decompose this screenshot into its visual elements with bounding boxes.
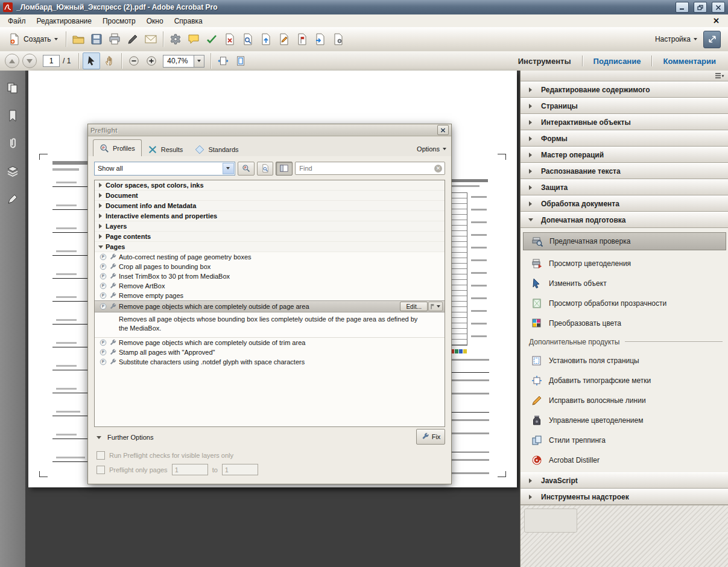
fixup-row[interactable]: Crop all pages to bounding box — [95, 262, 445, 271]
profile-group-row[interactable]: Document — [95, 191, 445, 201]
zoom-in-button[interactable] — [143, 53, 159, 69]
attachments-button[interactable] — [4, 136, 21, 151]
fixup-row[interactable]: Inset TrimBox to 30 pt from MediaBox — [95, 271, 445, 281]
fixup-row[interactable]: Remove ArtBox — [95, 281, 445, 291]
favorite-flag-button[interactable] — [428, 302, 443, 311]
section-text-recognition[interactable]: Распознавание текста — [521, 163, 728, 179]
minimize-button[interactable] — [676, 2, 689, 13]
open-file-button[interactable] — [69, 30, 87, 48]
fixup-row[interactable]: Remove page objects which are completely… — [95, 338, 445, 347]
options-menu-button[interactable]: Options — [417, 145, 446, 156]
section-plugin-tools[interactable]: Инструменты надстроек — [521, 489, 728, 505]
previous-page-button[interactable] — [5, 54, 19, 68]
profile-group-row[interactable]: Layers — [95, 221, 445, 232]
tool-acrobat-distiller[interactable]: Acrobat Distiller — [521, 450, 728, 470]
fullscreen-button[interactable] — [703, 31, 721, 48]
page-from-input[interactable] — [172, 464, 208, 475]
flag-page-button[interactable] — [293, 30, 311, 48]
fixup-row[interactable]: Remove empty pages — [95, 291, 445, 300]
find-input[interactable] — [298, 164, 432, 173]
next-page-button[interactable] — [22, 54, 37, 68]
save-button[interactable] — [87, 30, 106, 48]
approve-button[interactable] — [203, 30, 221, 48]
tool-convert-colors[interactable]: Преобразовать цвета — [521, 313, 728, 333]
tool-edit-object[interactable]: Изменить объект — [521, 273, 728, 293]
hand-tool-button[interactable] — [101, 53, 118, 69]
dropdown-button[interactable] — [223, 163, 234, 174]
fixup-row[interactable]: Auto-correct nesting of page geometry bo… — [95, 252, 445, 262]
section-protection[interactable]: Защита — [521, 179, 728, 195]
tool-preflight[interactable]: Предпечатная проверка — [523, 232, 726, 250]
signatures-button[interactable] — [4, 191, 21, 207]
section-action-wizard[interactable]: Мастер операций — [521, 147, 728, 163]
layers-button[interactable] — [4, 163, 21, 179]
tab-standards[interactable]: Standards — [189, 143, 244, 156]
edit-button[interactable]: Edit... — [400, 302, 428, 311]
bookmarks-button[interactable] — [4, 108, 21, 124]
extract-pages-button[interactable] — [257, 30, 275, 48]
page-to-input[interactable] — [222, 464, 258, 475]
tool-set-page-boxes[interactable]: Установить поля страницы — [521, 350, 728, 370]
tool-add-printer-marks[interactable]: Добавить типографские метки — [521, 370, 728, 390]
dialog-close-button[interactable] — [437, 125, 449, 135]
close-button[interactable] — [712, 2, 725, 13]
zoom-out-button[interactable] — [125, 53, 142, 69]
tool-output-preview[interactable]: Просмотр цветоделения — [521, 253, 728, 273]
page-setup-button[interactable] — [329, 30, 347, 48]
page-thumbnails-button[interactable] — [4, 80, 21, 96]
profile-group-row[interactable]: Color spaces, spot colors, inks — [95, 180, 445, 191]
sign-button[interactable] — [124, 30, 142, 48]
edit-page-button[interactable] — [275, 30, 293, 48]
dialog-title-bar[interactable]: Preflight — [88, 124, 451, 136]
tools-panel-button[interactable]: Инструменты — [518, 57, 571, 66]
menu-item-window[interactable]: Окно — [141, 16, 169, 27]
close-document-icon[interactable]: ✕ — [707, 16, 726, 25]
create-pdf-button[interactable]: Создать — [4, 30, 63, 48]
print-button[interactable] — [106, 30, 124, 48]
clear-search-icon[interactable]: ✕ — [434, 165, 442, 173]
preferences-button[interactable] — [166, 30, 185, 48]
fixup-row[interactable]: Substitute characters using .notdef glyp… — [95, 357, 445, 367]
section-pages[interactable]: Страницы — [521, 98, 728, 114]
further-options-expander[interactable]: Further Options — [95, 434, 153, 441]
tool-trap-presets[interactable]: Стили треппинга — [521, 430, 728, 450]
section-content-editing[interactable]: Редактирование содержимого — [521, 81, 728, 98]
page-number-input[interactable] — [43, 55, 60, 67]
menu-item-view[interactable]: Просмотр — [97, 16, 141, 27]
fit-page-button[interactable] — [232, 53, 248, 69]
email-button[interactable] — [142, 30, 160, 48]
search-profile-button[interactable] — [257, 162, 274, 176]
fit-width-button[interactable] — [215, 53, 231, 69]
new-profile-button[interactable] — [238, 162, 255, 176]
menu-item-edit[interactable]: Редактирование — [31, 16, 97, 27]
menu-item-file[interactable]: Файл — [2, 16, 31, 27]
fix-button[interactable]: Fix — [416, 429, 445, 445]
zoom-level-dropdown[interactable]: 40,7% — [163, 55, 204, 68]
insert-pages-button[interactable] — [311, 30, 329, 48]
search-page-button[interactable] — [239, 30, 257, 48]
tool-flattener-preview[interactable]: Просмотр обработки прозрачности — [521, 293, 728, 313]
tool-fix-hairlines[interactable]: Исправить волосяные линии — [521, 390, 728, 410]
fixup-row[interactable]: Stamp all pages with "Approved" — [95, 347, 445, 357]
section-document-processing[interactable]: Обработка документа — [521, 195, 728, 212]
section-print-production[interactable]: Допечатная подготовка — [521, 212, 728, 228]
delete-pages-button[interactable] — [221, 30, 239, 48]
panel-menu-icon[interactable] — [715, 72, 724, 80]
profile-group-row[interactable]: Document info and Metadata — [95, 201, 445, 211]
section-interactive-objects[interactable]: Интерактивные объекты — [521, 114, 728, 130]
select-tool-button[interactable] — [83, 52, 100, 69]
run-checks-checkbox[interactable] — [97, 451, 105, 460]
profile-filter-dropdown[interactable]: Show all — [94, 162, 235, 176]
profile-group-row[interactable]: Interactive elements and properties — [95, 211, 445, 221]
customize-toolbar-button[interactable]: Настройка — [649, 35, 703, 43]
sign-panel-button[interactable]: Подписание — [593, 57, 641, 66]
toggle-description-button[interactable] — [276, 162, 293, 176]
restore-button[interactable] — [694, 2, 707, 13]
section-forms[interactable]: Формы — [521, 130, 728, 147]
find-box[interactable]: ✕ — [295, 162, 445, 175]
zoom-dropdown-button[interactable] — [194, 55, 204, 67]
comments-panel-button[interactable]: Комментарии — [663, 57, 716, 66]
tool-ink-manager[interactable]: Управление цветоделением — [521, 410, 728, 430]
profile-group-row[interactable]: Page contents — [95, 232, 445, 242]
only-pages-checkbox[interactable] — [97, 466, 105, 474]
